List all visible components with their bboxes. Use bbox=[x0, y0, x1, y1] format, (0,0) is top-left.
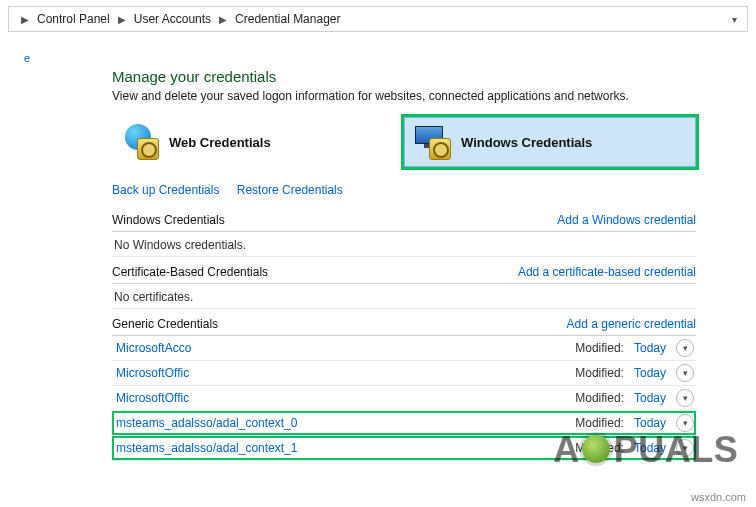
section-title-certificate: Certificate-Based Credentials bbox=[112, 265, 268, 279]
credential-name[interactable]: MicrosoftOffic bbox=[116, 391, 189, 405]
modified-value: Today bbox=[634, 416, 666, 430]
modified-label: Modified: bbox=[575, 416, 624, 430]
chevron-right-icon: ▶ bbox=[118, 14, 126, 25]
restore-credentials-link[interactable]: Restore Credentials bbox=[237, 183, 343, 197]
nav-fragment: e bbox=[24, 52, 756, 64]
web-credentials-label: Web Credentials bbox=[169, 135, 271, 150]
credential-row[interactable]: MicrosoftOffic Modified: Today ▾ bbox=[112, 361, 696, 386]
expand-row-icon[interactable]: ▾ bbox=[676, 439, 694, 457]
credential-name[interactable]: msteams_adalsso/adal_context_0 bbox=[116, 416, 297, 430]
expand-row-icon[interactable]: ▾ bbox=[676, 364, 694, 382]
chevron-right-icon: ▶ bbox=[219, 14, 227, 25]
credential-name[interactable]: msteams_adalsso/adal_context_1 bbox=[116, 441, 297, 455]
content-area: Manage your credentials View and delete … bbox=[0, 64, 756, 461]
web-credentials-tile[interactable]: Web Credentials bbox=[112, 117, 404, 167]
monitor-safe-icon bbox=[415, 124, 451, 160]
backup-restore-links: Back up Credentials Restore Credentials bbox=[112, 183, 696, 197]
add-certificate-credential-link[interactable]: Add a certificate-based credential bbox=[518, 265, 696, 279]
breadcrumb-user-accounts[interactable]: User Accounts bbox=[134, 12, 211, 26]
modified-label: Modified: bbox=[575, 441, 624, 455]
source-footer: wsxdn.com bbox=[691, 491, 746, 503]
windows-credentials-label: Windows Credentials bbox=[461, 135, 592, 150]
globe-safe-icon bbox=[123, 124, 159, 160]
modified-label: Modified: bbox=[575, 366, 624, 380]
breadcrumb-credential-manager[interactable]: Credential Manager bbox=[235, 12, 340, 26]
windows-credentials-section: Windows Credentials Add a Windows creden… bbox=[112, 211, 696, 257]
modified-value: Today bbox=[634, 391, 666, 405]
windows-empty-text: No Windows credentials. bbox=[112, 232, 696, 257]
modified-label: Modified: bbox=[575, 391, 624, 405]
modified-value: Today bbox=[634, 366, 666, 380]
credential-name[interactable]: MicrosoftAcco bbox=[116, 341, 191, 355]
credential-type-tiles: Web Credentials Windows Credentials bbox=[112, 117, 696, 167]
expand-row-icon[interactable]: ▾ bbox=[676, 339, 694, 357]
backup-credentials-link[interactable]: Back up Credentials bbox=[112, 183, 219, 197]
generic-credentials-section: Generic Credentials Add a generic creden… bbox=[112, 315, 696, 461]
section-title-generic: Generic Credentials bbox=[112, 317, 218, 331]
credential-row[interactable]: MicrosoftOffic Modified: Today ▾ bbox=[112, 386, 696, 411]
chevron-down-icon[interactable]: ▾ bbox=[728, 14, 741, 25]
windows-credentials-tile[interactable]: Windows Credentials bbox=[404, 117, 696, 167]
modified-value: Today bbox=[634, 341, 666, 355]
modified-label: Modified: bbox=[575, 341, 624, 355]
modified-value: Today bbox=[634, 441, 666, 455]
page-title: Manage your credentials bbox=[112, 68, 696, 85]
page-subtitle: View and delete your saved logon informa… bbox=[112, 89, 696, 103]
credential-name[interactable]: MicrosoftOffic bbox=[116, 366, 189, 380]
certificate-credentials-section: Certificate-Based Credentials Add a cert… bbox=[112, 263, 696, 309]
section-title-windows: Windows Credentials bbox=[112, 213, 225, 227]
credential-row[interactable]: msteams_adalsso/adal_context_0 Modified:… bbox=[112, 411, 696, 436]
expand-row-icon[interactable]: ▾ bbox=[676, 389, 694, 407]
breadcrumb-control-panel[interactable]: Control Panel bbox=[37, 12, 110, 26]
add-windows-credential-link[interactable]: Add a Windows credential bbox=[557, 213, 696, 227]
credential-row[interactable]: msteams_adalsso/adal_context_1 Modified:… bbox=[112, 436, 696, 461]
credential-row[interactable]: MicrosoftAcco Modified: Today ▾ bbox=[112, 336, 696, 361]
chevron-right-icon: ▶ bbox=[21, 14, 29, 25]
add-generic-credential-link[interactable]: Add a generic credential bbox=[567, 317, 696, 331]
certificate-empty-text: No certificates. bbox=[112, 284, 696, 309]
expand-row-icon[interactable]: ▾ bbox=[676, 414, 694, 432]
address-bar[interactable]: ▶ Control Panel ▶ User Accounts ▶ Creden… bbox=[8, 6, 748, 32]
